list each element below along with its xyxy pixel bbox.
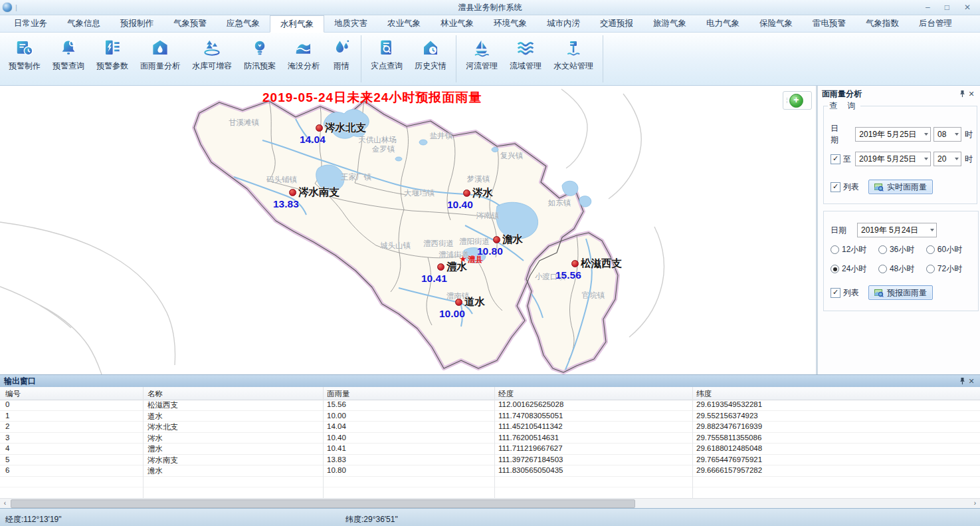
duration-radio[interactable]: 36小时 — [878, 244, 926, 255]
duration-radio[interactable]: 24小时 — [831, 263, 878, 275]
cell-index: 2 — [5, 422, 9, 430]
menu-item[interactable]: 气象预警 — [163, 15, 217, 32]
scrollbar-thumb[interactable] — [11, 499, 635, 508]
scroll-left-icon[interactable]: ‹ — [0, 499, 10, 507]
duration-radio[interactable]: 60小时 — [926, 244, 974, 255]
duration-radio[interactable]: 12小时 — [831, 244, 878, 255]
menu-item[interactable]: 气象信息 — [57, 15, 110, 32]
menu-item[interactable]: 城市内涝 — [537, 15, 590, 32]
cell-index: 3 — [5, 434, 9, 442]
duration-radio[interactable]: 72小时 — [926, 263, 974, 275]
table-row[interactable]: 6 澹水 10.80 111.830565050435 29.666615795… — [0, 465, 980, 477]
alert-make-button[interactable]: 预警制作 — [3, 33, 47, 85]
menu-item[interactable]: 旅游气象 — [643, 15, 696, 32]
station-rain-value: 10.41 — [421, 273, 467, 285]
menu-item[interactable]: 地质灾害 — [324, 15, 377, 32]
menu-item[interactable]: 农业气象 — [377, 15, 431, 32]
hydrostation-manage-button[interactable]: 水文站管理 — [547, 33, 599, 85]
close-output-icon[interactable]: ✕ — [967, 376, 976, 386]
map-pane[interactable]: 2019-05-24日未来24小时预报面雨量 甘溪滩镇盐井镇天供山林场金罗镇复兴… — [0, 86, 816, 374]
menu-item[interactable]: 后台管理 — [909, 15, 962, 32]
cell-longitude: 111.76200514631 — [498, 434, 559, 442]
output-table-body: 0 松滋西支 15.56 112.001625625028 29.6193549… — [0, 400, 980, 499]
maximize-icon[interactable]: □ — [945, 1, 949, 14]
scroll-right-icon[interactable]: › — [970, 499, 980, 507]
end-hour-combo[interactable]: 20 — [933, 152, 961, 166]
list-checkbox[interactable] — [831, 182, 840, 192]
river-manage-button[interactable]: 河流管理 — [460, 33, 504, 85]
table-row[interactable]: 3 涔水 10.40 111.76200514631 29.7555811355… — [0, 433, 980, 444]
table-row[interactable]: 1 道水 10.00 111.747083055051 29.552156374… — [0, 411, 980, 422]
end-date-checkbox[interactable] — [831, 154, 840, 164]
column-divider — [143, 387, 144, 499]
column-header[interactable]: 编号 — [5, 389, 21, 399]
column-header[interactable]: 经度 — [498, 389, 514, 399]
reservoir-button[interactable]: 水库可增容 — [186, 33, 238, 85]
menu-item[interactable]: 林业气象 — [431, 15, 484, 32]
rain-station[interactable]: 涔水 10.40 — [463, 186, 493, 211]
menu-item[interactable]: 应急气象 — [217, 15, 270, 32]
close-icon[interactable]: ✕ — [964, 1, 971, 14]
table-row[interactable]: 2 涔水北支 14.04 111.452105411342 29.8823476… — [0, 422, 980, 433]
rain-info-button[interactable]: 雨情 — [326, 33, 357, 85]
zoom-in-button[interactable]: + — [789, 94, 803, 108]
column-header[interactable]: 纬度 — [696, 389, 712, 399]
town-label: 码头铺镇 — [266, 175, 297, 185]
cell-name: 澧水 — [147, 444, 163, 454]
menu-item[interactable]: 气象指数 — [856, 15, 909, 32]
duration-radio[interactable]: 48小时 — [878, 263, 926, 275]
station-rain-value: 15.56 — [555, 269, 622, 281]
rain-station[interactable]: 涔水南支 13.83 — [289, 186, 340, 210]
rain-station[interactable]: 道水 10.00 — [455, 295, 485, 320]
list-checkbox[interactable] — [831, 288, 840, 298]
chevron-down-icon — [924, 158, 928, 160]
forecast-date-combo[interactable]: 2019年 5月24日 — [857, 223, 937, 237]
menu-item[interactable]: 交通预报 — [590, 15, 643, 32]
close-panel-icon[interactable]: ✕ — [967, 89, 976, 98]
end-date-row: 至 2019年 5月25日 20 时 — [831, 152, 973, 166]
column-header[interactable]: 名称 — [147, 389, 163, 399]
alert-params-button[interactable]: 预警参数 — [90, 33, 134, 85]
menu-item[interactable]: 预报制作 — [110, 15, 163, 32]
start-date-combo[interactable]: 2019年 5月25日 — [855, 127, 931, 142]
horizontal-scrollbar[interactable]: ‹ › — [0, 498, 980, 508]
table-row[interactable]: 5 涔水南支 13.83 111.397267184503 29.7654476… — [0, 455, 980, 466]
menu-item[interactable]: 雷电预警 — [803, 15, 856, 32]
station-marker-icon — [316, 124, 323, 132]
menu-item[interactable]: 日常业务 — [4, 15, 57, 32]
start-hour-combo[interactable]: 08 — [933, 127, 961, 142]
forecast-rain-button[interactable]: 预报面雨量 — [868, 285, 933, 300]
flood-plan-button[interactable]: 防汛预案 — [238, 33, 282, 85]
rain-station[interactable]: 澹水 10.80 — [493, 233, 523, 257]
menu-item[interactable]: 水利气象 — [270, 15, 324, 33]
county-map[interactable] — [0, 86, 816, 374]
basin-manage-button[interactable]: 流域管理 — [504, 33, 547, 85]
column-header[interactable]: 面雨量 — [327, 389, 350, 399]
cell-rain: 14.04 — [327, 422, 346, 430]
end-date-combo[interactable]: 2019年 5月25日 — [855, 152, 931, 166]
toolbar-label: 历史灾情 — [415, 61, 446, 72]
table-row[interactable]: 4 澧水 10.41 111.711219667627 29.618801248… — [0, 444, 980, 455]
disaster-query-button[interactable]: 灾点查询 — [365, 33, 409, 85]
menu-item[interactable]: 保险气象 — [749, 15, 803, 32]
area-rain-button[interactable]: 面雨量分析 — [134, 33, 186, 85]
rain-station[interactable]: 涔水北支 14.04 — [316, 121, 366, 146]
hour-suffix-label: 时 — [965, 129, 973, 140]
minimize-icon[interactable]: – — [926, 1, 930, 14]
forecast-row: 列表 预报面雨量 — [831, 285, 974, 300]
table-row[interactable]: 0 松滋西支 15.56 112.001625625028 29.6193549… — [0, 400, 980, 411]
realtime-rain-button[interactable]: 实时面雨量 — [868, 180, 933, 194]
cell-longitude: 111.397267184503 — [498, 456, 563, 463]
menu-item[interactable]: 电力气象 — [696, 15, 749, 32]
menu-item[interactable]: 环境气象 — [484, 15, 537, 32]
history-disaster-button[interactable]: 历史灾情 — [409, 33, 452, 85]
pin-icon[interactable] — [957, 376, 967, 386]
pin-icon[interactable] — [957, 89, 967, 98]
submerge-button[interactable]: 淹没分析 — [282, 33, 326, 85]
radio-icon — [926, 265, 935, 273]
station-rain-value: 10.40 — [447, 199, 493, 211]
town-label: 梦溪镇 — [467, 174, 490, 184]
chevron-down-icon — [955, 158, 959, 160]
alert-query-button[interactable]: 预警查询 — [47, 33, 90, 85]
rain-station[interactable]: 松滋西支 15.56 — [571, 257, 622, 281]
